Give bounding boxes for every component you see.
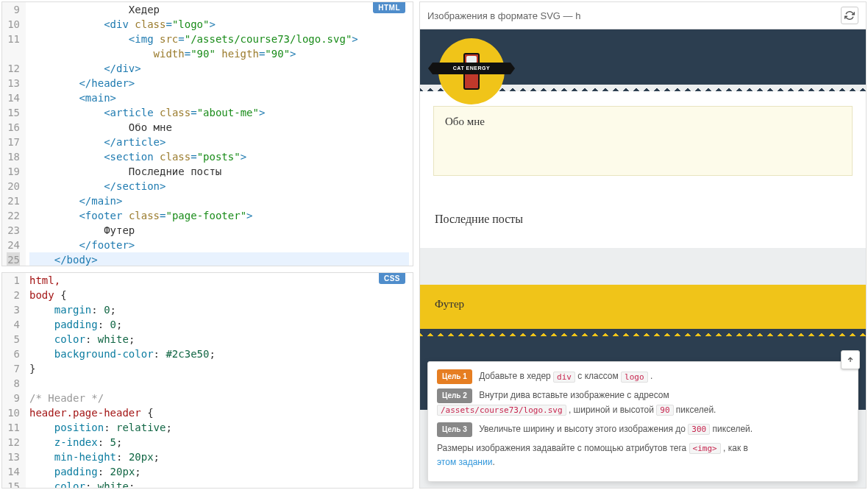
css-code-content[interactable]: html,body { margin: 0; padding: 0; color… [26, 273, 413, 489]
preview-header [420, 2, 866, 29]
goal-1: Цель 1 Добавьте в хедер div с классом lo… [437, 369, 849, 384]
css-badge: CSS [379, 273, 405, 284]
refresh-button[interactable] [841, 7, 858, 24]
refresh-icon [844, 10, 855, 21]
editors-column: HTML 91011121314151617181920212223242526… [1, 1, 413, 489]
goals-panel: Цель 1 Добавьте в хедер div с классом lo… [427, 361, 858, 482]
pv-posts: Последние посты [433, 205, 853, 233]
preview-column: CAT ENERGY Обо мне Последние посты Футер… [419, 1, 867, 489]
html-gutter: 91011121314151617181920212223242526 [2, 2, 26, 266]
pv-logo: CAT ENERGY [438, 38, 505, 104]
pv-main: Обо мне Последние посты [420, 91, 866, 248]
pv-header: CAT ENERGY [420, 29, 866, 85]
css-gutter: 123456789101112131415 [2, 273, 26, 489]
arrow-up-icon [847, 356, 854, 363]
pv-footer: Футер [420, 285, 866, 329]
goal-2: Цель 2 Внутри дива вставьте изображение … [437, 388, 849, 417]
goal-3: Цель 3 Увеличьте ширину и высоту этого и… [437, 422, 849, 437]
preview-title-input[interactable] [427, 10, 833, 21]
preview-body: CAT ENERGY Обо мне Последние посты Футер… [420, 29, 866, 488]
hint-link[interactable]: этом задании [437, 457, 492, 467]
pv-logo-text: CAT ENERGY [433, 63, 511, 74]
pv-about: Обо мне [433, 106, 853, 176]
html-badge: HTML [373, 2, 405, 13]
back-to-top-button[interactable] [841, 350, 860, 369]
html-code-content[interactable]: Хедер <div class="logo"> <img src="/asse… [26, 2, 413, 266]
css-editor-panel[interactable]: CSS 123456789101112131415 html,body { ma… [1, 272, 413, 489]
goal-hint: Размеры изображения задавайте с помощью … [437, 441, 849, 469]
html-editor-panel[interactable]: HTML 91011121314151617181920212223242526… [1, 1, 413, 266]
